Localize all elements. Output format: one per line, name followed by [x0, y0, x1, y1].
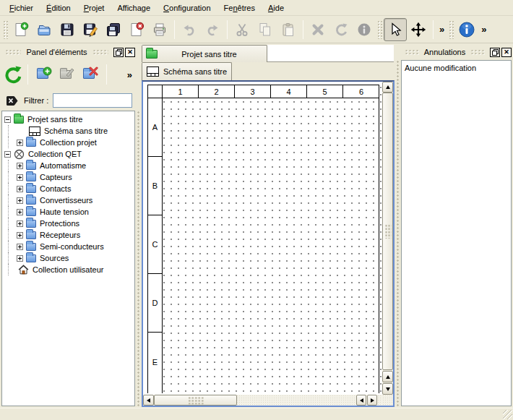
copy-button[interactable] — [254, 18, 277, 41]
filter-label: Filtrer : — [24, 96, 48, 105]
save-button[interactable] — [56, 18, 79, 41]
close-panel-button[interactable]: ✕ — [125, 48, 135, 57]
menu-fenetres[interactable]: Fenêtres — [217, 1, 262, 14]
delete-category-button[interactable] — [77, 63, 100, 86]
elements-panel-titlebar[interactable]: Panel d'éléments ✕ — [1, 46, 135, 58]
expand-expander-icon[interactable] — [17, 174, 23, 181]
tab-schema[interactable]: Schéma sans titre — [142, 62, 232, 80]
redo-button[interactable] — [201, 18, 224, 41]
scroll-up-button[interactable] — [382, 82, 393, 93]
menu-edition[interactable]: Édition — [40, 1, 77, 14]
folder-icon — [26, 220, 36, 228]
tree-item-project[interactable]: Projet sans titre — [2, 113, 134, 125]
filter-input[interactable] — [53, 93, 132, 108]
menu-affichage[interactable]: Affichage — [111, 1, 157, 14]
vertical-scroll-thumb[interactable] — [382, 93, 393, 370]
vertical-scrollbar[interactable] — [382, 82, 393, 395]
open-document-button[interactable] — [33, 18, 56, 41]
reload-collections-button[interactable] — [1, 63, 25, 86]
collapse-expander-icon[interactable] — [4, 151, 11, 158]
scroll-up-button[interactable] — [382, 371, 393, 382]
edit-category-button[interactable] — [54, 63, 77, 86]
expand-expander-icon[interactable] — [17, 186, 23, 192]
right-splitter[interactable] — [395, 60, 400, 406]
window-resize-grip[interactable] — [503, 410, 512, 419]
move-mode-button[interactable] — [407, 18, 430, 41]
row-label: D — [148, 274, 162, 333]
menu-configuration[interactable]: Configuration — [157, 1, 217, 14]
scroll-left-button[interactable] — [143, 395, 154, 406]
tree-item-semi-conducteurs[interactable]: Semi-conducteurs — [2, 241, 134, 252]
delete-button[interactable] — [306, 18, 329, 41]
expand-expander-icon[interactable] — [17, 197, 23, 204]
new-category-button[interactable] — [31, 63, 54, 86]
annulations-panel-titlebar[interactable]: Annulations ✕ — [401, 46, 512, 58]
rotate-button[interactable] — [329, 18, 353, 41]
diagram-canvas[interactable]: 1 2 3 4 5 6 A B C D E — [143, 82, 382, 395]
horizontal-scrollbar[interactable] — [143, 395, 382, 406]
diagram-info-button[interactable] — [455, 18, 478, 41]
element-info-icon — [356, 22, 372, 38]
tree-item-sources[interactable]: Sources — [2, 252, 134, 264]
expand-expander-icon[interactable] — [17, 140, 23, 146]
row-label: B — [148, 157, 162, 215]
panel-overflow-chevron[interactable]: » — [127, 69, 132, 80]
close-document-button[interactable] — [125, 18, 148, 41]
tree-item-haute-tension[interactable]: Haute tension — [2, 206, 134, 218]
toolbar-overflow-chevron[interactable]: » — [478, 24, 489, 35]
undo-button[interactable] — [178, 18, 201, 41]
expand-expander-icon[interactable] — [17, 255, 23, 262]
tree-item-automatisme[interactable]: Automatisme — [2, 160, 134, 171]
save-all-icon — [105, 22, 121, 38]
rotate-icon — [333, 22, 349, 38]
expand-expander-icon[interactable] — [17, 232, 23, 239]
scroll-right-button[interactable] — [367, 395, 377, 406]
left-splitter[interactable] — [136, 111, 140, 406]
elements-panel-toolbar: » — [1, 59, 135, 90]
undo-history-list: Aucune modification — [401, 60, 512, 406]
paste-button[interactable] — [277, 18, 300, 41]
menu-fichier[interactable]: Fichier — [3, 1, 40, 14]
delete-category-icon — [83, 70, 95, 79]
save-all-button[interactable] — [102, 18, 125, 41]
scroll-down-button[interactable] — [382, 383, 393, 395]
select-mode-button[interactable] — [384, 18, 407, 41]
tree-item-collection-utilisateur[interactable]: Collection utilisateur — [2, 264, 134, 275]
toolbar-overflow-chevron[interactable]: » — [436, 24, 447, 35]
expand-expander-icon[interactable] — [17, 163, 23, 169]
print-button[interactable] — [148, 18, 171, 41]
tree-item-collection-projet[interactable]: Collection projet — [2, 137, 134, 148]
thumb-grip — [384, 224, 391, 239]
toolbar-drag-handle[interactable] — [3, 20, 8, 39]
expand-expander-icon[interactable] — [17, 244, 23, 250]
tree-item-recepteurs[interactable]: Récepteurs — [2, 229, 134, 241]
toolbar-drag-handle[interactable] — [449, 20, 454, 39]
tab-project[interactable]: Projet sans titre — [142, 45, 267, 62]
close-panel-button[interactable]: ✕ — [501, 48, 512, 57]
tree-item-convertisseurs[interactable]: Convertisseurs — [2, 194, 134, 206]
undo-list-item[interactable]: Aucune modification — [405, 62, 508, 74]
tree-item-contacts[interactable]: Contacts — [2, 183, 134, 194]
menu-projet[interactable]: Projet — [77, 1, 111, 14]
new-category-icon — [37, 70, 48, 79]
element-info-button[interactable] — [353, 18, 376, 41]
tree-item-schema[interactable]: Schéma sans titre — [2, 125, 134, 137]
expand-expander-icon[interactable] — [17, 220, 23, 227]
scroll-left-button[interactable] — [356, 395, 366, 406]
float-panel-button[interactable] — [113, 48, 124, 57]
toolbar-drag-handle[interactable] — [377, 20, 382, 39]
clear-filter-icon[interactable] — [6, 95, 20, 107]
folder-icon — [26, 243, 36, 251]
row-label: E — [148, 333, 162, 391]
float-panel-button[interactable] — [490, 48, 500, 57]
tree-item-protections[interactable]: Protections — [2, 218, 134, 229]
expand-expander-icon[interactable] — [17, 209, 23, 215]
tree-item-capteurs[interactable]: Capteurs — [2, 171, 134, 183]
tree-item-collection-qet[interactable]: Collection QET — [2, 148, 134, 160]
cut-button[interactable] — [230, 18, 254, 41]
menu-aide[interactable]: Aide — [262, 1, 290, 14]
collapse-expander-icon[interactable] — [4, 116, 11, 123]
new-document-button[interactable] — [9, 18, 33, 41]
horizontal-scroll-thumb[interactable] — [154, 395, 237, 406]
save-as-button[interactable] — [79, 18, 102, 41]
